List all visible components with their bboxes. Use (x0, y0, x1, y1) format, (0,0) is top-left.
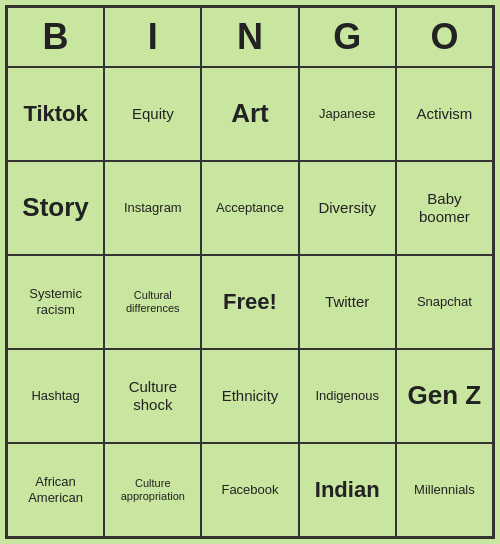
bingo-grid: TiktokEquityArtJapaneseActivismStoryInst… (7, 67, 493, 537)
bingo-row: African AmericanCulture appropriationFac… (7, 443, 493, 537)
header-letter: O (396, 7, 493, 67)
cell-text: Japanese (319, 106, 375, 122)
bingo-header: BINGO (7, 7, 493, 67)
cell-text: African American (12, 474, 99, 505)
bingo-cell: African American (7, 443, 104, 537)
cell-text: Hashtag (31, 388, 79, 404)
bingo-cell: Gen Z (396, 349, 493, 443)
bingo-cell: Millennials (396, 443, 493, 537)
header-letter: N (201, 7, 298, 67)
cell-text: Instagram (124, 200, 182, 216)
cell-text: Gen Z (408, 380, 482, 411)
bingo-cell: Culture appropriation (104, 443, 201, 537)
header-letter: I (104, 7, 201, 67)
bingo-cell: Activism (396, 67, 493, 161)
bingo-cell: Culture shock (104, 349, 201, 443)
bingo-row: StoryInstagramAcceptanceDiversityBaby bo… (7, 161, 493, 255)
cell-text: Indian (315, 477, 380, 503)
bingo-row: HashtagCulture shockEthnicityIndigenousG… (7, 349, 493, 443)
header-letter: B (7, 7, 104, 67)
bingo-cell: Acceptance (201, 161, 298, 255)
bingo-cell: Facebook (201, 443, 298, 537)
bingo-cell: Story (7, 161, 104, 255)
bingo-row: TiktokEquityArtJapaneseActivism (7, 67, 493, 161)
bingo-cell: Japanese (299, 67, 396, 161)
bingo-card: BINGO TiktokEquityArtJapaneseActivismSto… (5, 5, 495, 539)
bingo-cell: Equity (104, 67, 201, 161)
bingo-cell: Art (201, 67, 298, 161)
cell-text: Millennials (414, 482, 475, 498)
bingo-cell: Systemic racism (7, 255, 104, 349)
bingo-cell: Twitter (299, 255, 396, 349)
bingo-cell: Snapchat (396, 255, 493, 349)
bingo-row: Systemic racismCultural differencesFree!… (7, 255, 493, 349)
bingo-cell: Hashtag (7, 349, 104, 443)
cell-text: Snapchat (417, 294, 472, 310)
cell-text: Diversity (318, 199, 376, 217)
cell-text: Free! (223, 289, 277, 315)
bingo-cell: Free! (201, 255, 298, 349)
cell-text: Cultural differences (109, 289, 196, 315)
cell-text: Tiktok (23, 101, 87, 127)
bingo-cell: Tiktok (7, 67, 104, 161)
bingo-cell: Instagram (104, 161, 201, 255)
cell-text: Indigenous (315, 388, 379, 404)
bingo-cell: Indian (299, 443, 396, 537)
bingo-cell: Diversity (299, 161, 396, 255)
cell-text: Culture appropriation (109, 477, 196, 503)
bingo-cell: Ethnicity (201, 349, 298, 443)
cell-text: Art (231, 98, 269, 129)
cell-text: Story (22, 192, 88, 223)
bingo-cell: Cultural differences (104, 255, 201, 349)
cell-text: Systemic racism (12, 286, 99, 317)
cell-text: Ethnicity (222, 387, 279, 405)
cell-text: Acceptance (216, 200, 284, 216)
cell-text: Culture shock (109, 378, 196, 414)
cell-text: Activism (416, 105, 472, 123)
cell-text: Baby boomer (401, 190, 488, 226)
header-letter: G (299, 7, 396, 67)
bingo-cell: Baby boomer (396, 161, 493, 255)
cell-text: Equity (132, 105, 174, 123)
cell-text: Twitter (325, 293, 369, 311)
cell-text: Facebook (221, 482, 278, 498)
bingo-cell: Indigenous (299, 349, 396, 443)
